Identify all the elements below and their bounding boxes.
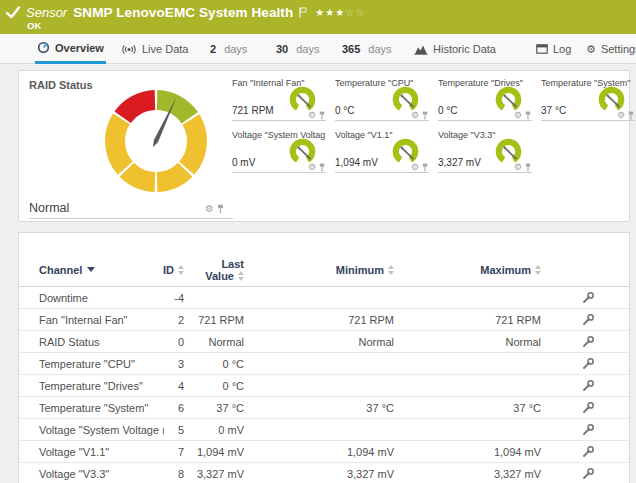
channel-settings-wrench-icon[interactable]	[582, 358, 594, 370]
tab-bar: Overview Live Data 2days 30days 365days	[0, 34, 636, 64]
sensor-status-badge: OK	[27, 20, 41, 31]
status-ok-check-icon	[6, 6, 20, 19]
column-header-label: Channel	[39, 264, 82, 276]
channel-settings-wrench-icon[interactable]	[582, 468, 594, 480]
mini-gauge-tile: Voltage "V1.1" 1,094 mV ⚙	[332, 129, 429, 173]
channel-maximum: 37 °C	[399, 402, 546, 414]
raid-status-gauge-title: RAID Status	[29, 79, 93, 91]
gauge-value: 0 °C	[335, 105, 355, 116]
gauge-settings-icon[interactable]: ⚙	[514, 111, 522, 120]
gauge-settings-icon[interactable]: ⚙	[411, 111, 419, 120]
tab-2-days[interactable]: 2days	[208, 34, 249, 64]
gauge-settings-icon[interactable]: ⚙	[514, 163, 522, 172]
divider	[335, 120, 429, 121]
tab-label: Log	[553, 43, 571, 55]
pin-icon[interactable]	[525, 111, 531, 120]
channel-minimum: Normal	[249, 336, 399, 348]
gauge-value: 721 RPM	[232, 105, 274, 116]
tab-label: Historic Data	[433, 43, 496, 55]
tab-settings[interactable]: ⚙ Settings	[584, 34, 636, 64]
tab-30-days[interactable]: 30days	[274, 34, 322, 64]
channels-table-body: Downtime -4 Fan "Internal Fan	[19, 287, 629, 483]
live-data-broadcast-icon	[121, 44, 137, 55]
channel-row[interactable]: Fan "Internal Fan" 2 721 RPM 721 RPM 721…	[19, 309, 629, 331]
sort-icon	[238, 271, 244, 281]
channel-maximum: 721 RPM	[399, 314, 546, 326]
channel-last-value: 721 RPM	[184, 314, 249, 326]
stars-filled: ★★★	[315, 7, 345, 18]
gauge-value: 1,094 mV	[335, 157, 378, 168]
column-header-id[interactable]: ID	[164, 264, 184, 276]
historic-data-chart-icon	[414, 44, 428, 55]
channel-id: 8	[164, 468, 184, 480]
column-header-last-value[interactable]: Last Value	[184, 258, 249, 282]
channel-settings-wrench-icon[interactable]	[582, 336, 594, 348]
channel-settings-wrench-icon[interactable]	[582, 380, 594, 392]
divider	[438, 120, 532, 121]
divider	[29, 218, 233, 219]
priority-stars[interactable]: ★★★☆☆	[315, 7, 365, 18]
channel-name: Temperature "CPU"	[19, 358, 164, 370]
channels-table-panel: Channel ID Last Value Minimum Maximum	[18, 232, 630, 483]
gauge-settings-icon[interactable]: ⚙	[205, 204, 214, 214]
gauge-settings-icon[interactable]: ⚙	[411, 163, 419, 172]
tab-label: 365	[342, 43, 360, 55]
mini-gauge-tile: Temperature "System" 37 °C ⚙	[538, 77, 635, 121]
channel-id: 2	[164, 314, 184, 326]
mini-gauge-tile: Voltage "V3.3" 3,327 mV ⚙	[435, 129, 532, 173]
channel-settings-wrench-icon[interactable]	[582, 292, 594, 304]
divider	[335, 172, 429, 173]
tab-log[interactable]: Log	[534, 34, 573, 64]
channel-row[interactable]: Temperature "Drives" 4 0 °C	[19, 375, 629, 397]
tab-label: 2	[210, 43, 216, 55]
tab-label: 30	[276, 43, 288, 55]
channel-row[interactable]: Voltage "V1.1" 7 1,094 mV 1,094 mV 1,094…	[19, 441, 629, 463]
column-header-channel[interactable]: Channel	[19, 264, 164, 276]
gauge-value: 37 °C	[541, 105, 566, 116]
tab-overview[interactable]: Overview	[35, 34, 106, 64]
pin-icon[interactable]	[319, 163, 325, 172]
divider	[232, 172, 326, 173]
pin-icon[interactable]	[525, 163, 531, 172]
channel-row[interactable]: Voltage "V3.3" 8 3,327 mV 3,327 mV 3,327…	[19, 463, 629, 483]
channel-minimum: 3,327 mV	[249, 468, 399, 480]
channel-row[interactable]: Temperature "CPU" 3 0 °C	[19, 353, 629, 375]
column-header-label: Last	[221, 258, 244, 270]
column-header-minimum[interactable]: Minimum	[249, 264, 399, 276]
channel-minimum: 721 RPM	[249, 314, 399, 326]
channel-name: Voltage "V3.3"	[19, 468, 164, 480]
pin-icon[interactable]	[628, 111, 634, 120]
channel-row[interactable]: Voltage "System Voltage (... 5 0 mV	[19, 419, 629, 441]
pin-icon[interactable]	[319, 111, 325, 120]
sort-desc-icon	[87, 267, 95, 272]
divider	[541, 120, 635, 121]
channel-settings-wrench-icon[interactable]	[582, 314, 594, 326]
gauge-settings-icon[interactable]: ⚙	[308, 111, 316, 120]
gauge-settings-icon[interactable]: ⚙	[308, 163, 316, 172]
overview-gauges-panel: RAID Status Normal ⚙ Fan "Internal Fan"	[18, 70, 630, 222]
channel-id: 4	[164, 380, 184, 392]
mini-gauge-tile: Temperature "CPU" 0 °C ⚙	[332, 77, 429, 121]
column-header-label: Maximum	[480, 264, 531, 276]
channel-row[interactable]: Temperature "System" 6 37 °C 37 °C 37 °C	[19, 397, 629, 419]
channel-settings-wrench-icon[interactable]	[582, 402, 594, 414]
column-header-label: Value	[205, 270, 234, 282]
pin-icon[interactable]	[217, 204, 224, 214]
channel-name: Fan "Internal Fan"	[19, 314, 164, 326]
sort-icon	[535, 265, 541, 275]
tab-historic-data[interactable]: Historic Data	[412, 34, 498, 64]
channel-row[interactable]: RAID Status 0 Normal Normal Normal	[19, 331, 629, 353]
mini-gauge-tile: Fan "Internal Fan" 721 RPM ⚙	[229, 77, 326, 121]
pin-icon[interactable]	[422, 111, 428, 120]
tab-live-data[interactable]: Live Data	[119, 34, 190, 64]
flag-icon	[299, 7, 307, 18]
gauge-settings-icon[interactable]: ⚙	[617, 111, 625, 120]
pin-icon[interactable]	[422, 163, 428, 172]
channel-row[interactable]: Downtime -4	[19, 287, 629, 309]
prtg-sensor-page: Sensor SNMP LenovoEMC System Health ★★★☆…	[0, 0, 636, 483]
channel-settings-wrench-icon[interactable]	[582, 446, 594, 458]
channel-settings-wrench-icon[interactable]	[582, 424, 594, 436]
channel-last-value: 37 °C	[184, 402, 249, 414]
column-header-maximum[interactable]: Maximum	[399, 264, 546, 276]
tab-365-days[interactable]: 365days	[340, 34, 394, 64]
